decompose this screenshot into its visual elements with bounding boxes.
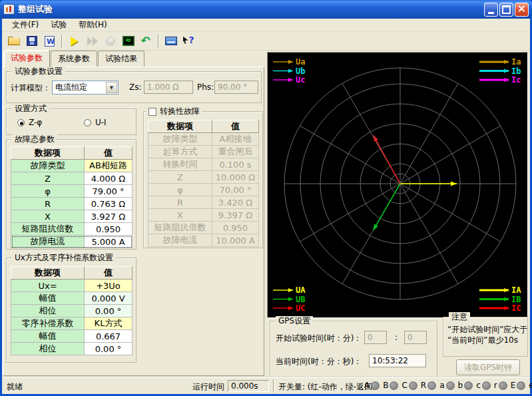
chevron-down-icon[interactable] <box>106 82 117 93</box>
phasor-svg: UaUbUcIaIbIcUAUBUCIAIBIC <box>268 53 527 317</box>
menu-item[interactable]: 试验 <box>45 18 73 32</box>
row-value[interactable]: 0.000 V <box>85 292 133 305</box>
row-value[interactable]: 0.667 <box>85 330 133 343</box>
switch-indicator: c <box>476 381 491 390</box>
fault-params-table: 数据项值故障类型AB相短路Z4.000 Ωφ79.00 °R0.763 ΩX3.… <box>11 146 133 248</box>
radio-option-1[interactable]: U-I <box>84 118 107 127</box>
fast-forward-icon <box>87 37 98 46</box>
waveform-button[interactable] <box>120 33 136 49</box>
row-label: 转换时间 <box>148 158 212 171</box>
row-label: 零序补偿系数 <box>11 317 85 330</box>
maximize-icon[interactable] <box>499 3 513 17</box>
start-test-button[interactable] <box>66 33 83 49</box>
svg-text:Ic: Ic <box>511 75 521 85</box>
notice-line-1: “开始试验时间”应大于 <box>447 324 527 335</box>
row-label: X <box>11 210 85 223</box>
left-panel: 试验参数系统参数试验结果 试验参数设置 计算模型： 电流恒定 Zs: Phs: <box>2 51 266 377</box>
tab-1[interactable]: 系统参数 <box>51 51 97 67</box>
stop-button <box>102 33 119 49</box>
transition-fault-checkbox[interactable] <box>148 108 156 116</box>
column-header: 值 <box>85 267 133 280</box>
time-colon: : <box>395 333 398 342</box>
row-value: 0.950 <box>212 222 259 234</box>
open-file-button[interactable] <box>5 33 22 49</box>
minimize-icon[interactable] <box>484 3 498 17</box>
device-button[interactable] <box>162 33 179 49</box>
group-title: 故障态参数 <box>12 134 57 144</box>
group-gps-settings: GPS设置 开始试验时间(时：分)： : 当前时间(时：分：秒)： <box>270 321 437 377</box>
row-value[interactable]: 79.00 ° <box>85 185 133 198</box>
radio-label: U-I <box>95 118 107 127</box>
phs-field[interactable] <box>214 81 258 94</box>
menu-item[interactable]: 文件(F) <box>6 18 45 32</box>
context-help-icon <box>183 36 195 47</box>
switch-label: C <box>401 381 407 390</box>
group-title: 试验参数设置 <box>12 67 65 76</box>
close-icon[interactable] <box>515 3 529 17</box>
svg-text:Ib: Ib <box>511 67 521 76</box>
device-icon <box>165 37 177 45</box>
table-row: 零序补偿系数KL方式 <box>11 317 133 330</box>
svg-text:Ub: Ub <box>296 67 305 76</box>
tab-0[interactable]: 试验参数 <box>3 50 50 67</box>
switch-indicator: a <box>439 381 454 390</box>
row-value[interactable]: +3Uo <box>85 280 133 292</box>
svg-text:IA: IA <box>511 286 521 295</box>
row-label: 相位 <box>11 343 85 355</box>
row-value[interactable]: 3.927 Ω <box>85 210 133 223</box>
switch-label: b <box>458 381 463 390</box>
column-header: 数据项 <box>11 267 85 280</box>
switch-state-icon <box>427 381 436 390</box>
current-time-field[interactable] <box>369 354 426 367</box>
row-value[interactable]: 0.763 Ω <box>85 198 133 210</box>
svg-text:IC: IC <box>511 303 521 313</box>
row-value: 重合闸后 <box>212 146 259 158</box>
switch-indicator: A <box>364 381 380 390</box>
export-word-button[interactable] <box>41 33 58 49</box>
read-gps-clock-button[interactable]: 读取GPS时钟 <box>456 359 520 375</box>
switch-state-icon <box>409 381 417 390</box>
start-hour-field[interactable] <box>364 331 387 344</box>
radio-icon[interactable] <box>84 119 91 126</box>
row-value[interactable]: AB相短路 <box>85 160 133 172</box>
svg-text:UA: UA <box>296 286 306 295</box>
svg-text:IB: IB <box>511 295 521 304</box>
calc-model-label: 计算模型： <box>11 83 51 94</box>
switch-quantity-label: 开关量: (红-动作，绿-返回) <box>278 381 376 393</box>
menu-bar: 文件(F)试验帮助(H) <box>2 19 530 32</box>
group-title: Ux方式及零序补偿系数设置 <box>12 253 116 262</box>
row-value[interactable]: 5.000 A <box>85 236 133 248</box>
table-row: Ux=+3Uo <box>11 280 133 292</box>
switch-label: B <box>383 381 388 390</box>
row-value[interactable]: 0.00 ° <box>85 305 133 317</box>
calc-model-select[interactable]: 电流恒定 <box>52 81 119 95</box>
row-value[interactable]: 0.950 <box>85 223 133 236</box>
save-button[interactable] <box>23 33 40 49</box>
start-minute-field[interactable] <box>404 331 427 344</box>
group-fault-params: 故障态参数 数据项值故障类型AB相短路Z4.000 Ωφ79.00 °R0.76… <box>6 139 136 250</box>
context-help-button[interactable] <box>180 33 197 49</box>
row-label: 故障类型 <box>148 133 212 146</box>
calc-model-value: 电流恒定 <box>53 82 105 93</box>
save-icon <box>27 36 37 46</box>
tab-2[interactable]: 试验结果 <box>98 51 144 67</box>
row-label: φ <box>11 185 85 198</box>
row-value[interactable]: KL方式 <box>85 317 133 330</box>
radio-icon[interactable] <box>17 119 25 126</box>
radio-option-0[interactable]: Z-φ <box>17 118 42 127</box>
zs-field[interactable] <box>144 81 193 94</box>
table-row: 幅值0.000 V <box>11 292 133 305</box>
switch-state-icon <box>371 381 380 390</box>
switch-state-icon <box>390 381 398 390</box>
waveform-icon <box>123 36 134 46</box>
row-label: 故障类型 <box>11 160 85 172</box>
row-value[interactable]: 4.000 Ω <box>85 172 133 185</box>
table-row: Z4.000 Ω <box>11 172 133 185</box>
switch-indicator: C <box>401 381 417 390</box>
stop-icon <box>105 36 115 46</box>
undo-button[interactable] <box>138 33 154 49</box>
row-label: R <box>148 196 212 209</box>
row-value[interactable]: 0.00 ° <box>85 343 133 355</box>
menu-item[interactable]: 帮助(H) <box>73 18 113 32</box>
table-row: φ79.00 ° <box>11 185 133 198</box>
